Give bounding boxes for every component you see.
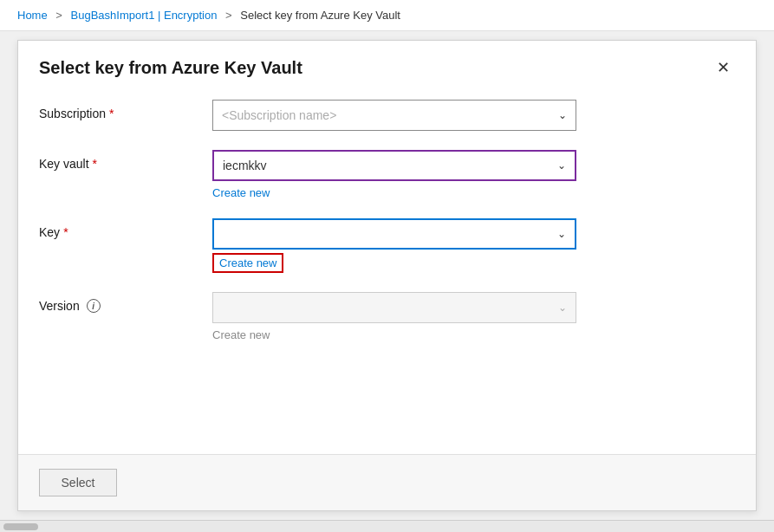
key-vault-required: * <box>93 157 97 171</box>
subscription-value: <Subscription name> <box>222 108 336 122</box>
subscription-chevron-icon: ⌄ <box>558 109 567 121</box>
version-dropdown[interactable]: ⌄ <box>212 292 576 323</box>
version-info-icon[interactable]: i <box>87 299 101 313</box>
key-required: * <box>63 225 68 239</box>
breadcrumb-sep-1: > <box>55 9 62 22</box>
version-create-new-label: Create new <box>212 328 735 341</box>
select-button[interactable]: Select <box>39 469 117 496</box>
breadcrumb: Home > BugBashImport1 | Encryption > Sel… <box>0 0 774 31</box>
horizontal-scrollbar[interactable] <box>0 520 774 532</box>
dialog: Select key from Azure Key Vault ✕ Subscr… <box>17 40 757 511</box>
subscription-control: <Subscription name> ⌄ <box>212 100 735 131</box>
dialog-body: Subscription * <Subscription name> ⌄ Key… <box>18 91 756 454</box>
subscription-row: Subscription * <Subscription name> ⌄ <box>39 100 735 131</box>
key-chevron-icon: ⌄ <box>557 228 566 240</box>
key-create-new-link[interactable]: Create new <box>212 253 283 273</box>
subscription-required: * <box>109 107 114 120</box>
dialog-footer: Select <box>18 454 756 510</box>
key-dropdown[interactable]: ⌄ <box>212 218 576 250</box>
version-chevron-icon: ⌄ <box>558 302 567 314</box>
key-control: ⌄ Create new <box>212 218 735 273</box>
subscription-label: Subscription * <box>39 100 212 120</box>
close-button[interactable]: ✕ <box>712 56 735 79</box>
version-label: Version i <box>39 292 212 313</box>
key-vault-create-new-link[interactable]: Create new <box>212 186 735 199</box>
version-row: Version i ⌄ Create new <box>39 292 735 341</box>
key-vault-control: iecmkkv ⌄ Create new <box>212 150 735 199</box>
dialog-title: Select key from Azure Key Vault <box>39 58 302 78</box>
breadcrumb-current: Select key from Azure Key Vault <box>240 9 400 22</box>
key-vault-dropdown[interactable]: iecmkkv ⌄ <box>212 150 576 181</box>
key-label: Key * <box>39 218 212 239</box>
key-row: Key * ⌄ Create new <box>39 218 735 273</box>
dialog-header: Select key from Azure Key Vault ✕ <box>18 41 756 91</box>
subscription-dropdown[interactable]: <Subscription name> ⌄ <box>212 100 576 131</box>
scrollbar-thumb[interactable] <box>3 523 38 530</box>
key-vault-label: Key vault * <box>39 150 212 171</box>
breadcrumb-parent[interactable]: BugBashImport1 | Encryption <box>71 9 218 22</box>
breadcrumb-home[interactable]: Home <box>17 9 48 22</box>
version-control: ⌄ Create new <box>212 292 735 341</box>
key-vault-row: Key vault * iecmkkv ⌄ Create new <box>39 150 735 199</box>
key-vault-chevron-icon: ⌄ <box>557 159 566 172</box>
breadcrumb-sep-2: > <box>225 9 232 22</box>
key-vault-value: iecmkkv <box>223 159 267 172</box>
